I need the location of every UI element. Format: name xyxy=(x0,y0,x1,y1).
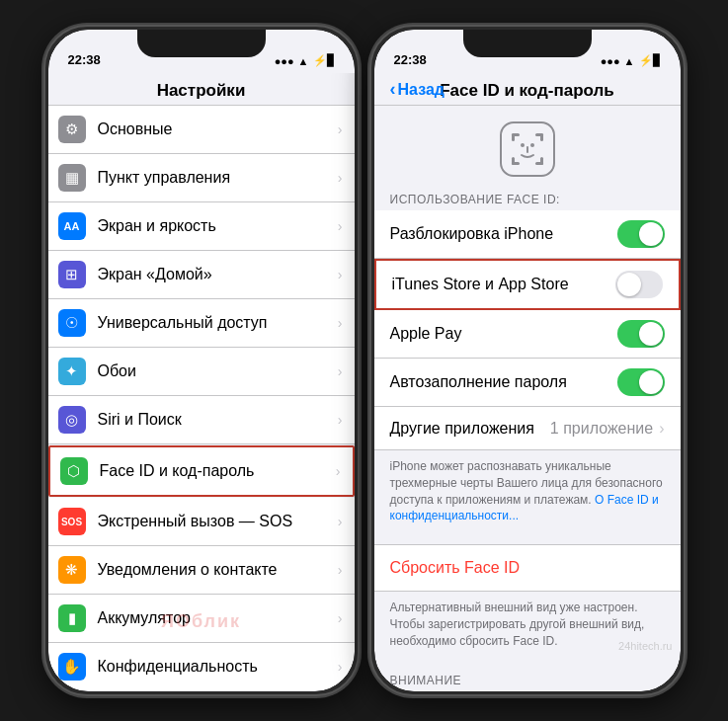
privacy-label: Конфиденциальность xyxy=(98,658,338,676)
settings-icon: ⚙ xyxy=(58,116,86,143)
notch xyxy=(137,30,266,57)
section-attention: ВНИМАНИЕ xyxy=(374,666,681,691)
status-time-right: 22:38 xyxy=(394,52,427,67)
other-apps-value: 1 приложение xyxy=(550,420,653,438)
sos-icon: SOS xyxy=(58,508,86,535)
applepay-toggle[interactable] xyxy=(617,320,665,348)
left-nav-bar: Настройки xyxy=(48,73,355,106)
chevron-icon-9: › xyxy=(338,514,343,529)
toggle-row-autofill[interactable]: Автозаполнение пароля xyxy=(374,359,681,407)
unlock-toggle-knob xyxy=(639,222,663,246)
watermark-left: ЯОблик xyxy=(161,611,241,632)
status-icons-right: ●●● ▲ ⚡▊ xyxy=(601,54,661,67)
unlock-label: Разблокировка iPhone xyxy=(390,225,617,243)
settings-item-faceid[interactable]: ⬡ Face ID и код-пароль › xyxy=(48,445,355,497)
applepay-label: Apple Pay xyxy=(390,325,617,343)
notch-right xyxy=(463,30,592,57)
settings-item-home[interactable]: ⊞ Экран «Домой» › xyxy=(48,251,355,299)
siri-label: Siri и Поиск xyxy=(98,411,338,429)
faceid-icon: ⬡ xyxy=(60,457,88,485)
face-id-icon xyxy=(500,121,555,177)
chevron-icon-10: › xyxy=(338,562,343,578)
control-icon: ▦ xyxy=(58,164,86,192)
svg-rect-7 xyxy=(540,157,543,165)
settings-item-siri[interactable]: ◎ Siri и Поиск › xyxy=(48,396,355,444)
settings-item-wallpaper[interactable]: ✦ Обои › xyxy=(48,348,355,396)
access-label: Универсальный доступ xyxy=(98,314,338,332)
signal-icon-left: ●●● xyxy=(275,55,294,67)
settings-item-sos[interactable]: SOS Экстренный вызов — SOS › xyxy=(48,498,355,546)
face-id-description: iPhone может распознавать уникальные тре… xyxy=(374,450,681,536)
itunes-toggle-knob xyxy=(617,273,641,296)
settings-item-contact[interactable]: ❋ Уведомления о контакте › xyxy=(48,546,355,595)
svg-point-9 xyxy=(530,143,534,147)
applepay-toggle-knob xyxy=(639,322,663,346)
source-watermark: 24hitech.ru xyxy=(618,640,672,652)
battery-icon-left: ⚡▊ xyxy=(313,54,335,67)
toggle-row-applepay[interactable]: Apple Pay xyxy=(374,310,681,359)
settings-group-1: ⚙ Основные › ▦ Пункт управления › AA xyxy=(48,106,355,690)
other-apps-row[interactable]: Другие приложения 1 приложение › xyxy=(374,407,681,450)
toggle-row-unlock[interactable]: Разблокировка iPhone xyxy=(374,210,681,259)
autofill-label: Автозаполнение пароля xyxy=(390,373,617,391)
right-nav-bar: ‹ Назад Face ID и код-пароль xyxy=(374,73,681,106)
status-time-left: 22:38 xyxy=(68,52,101,67)
reset-face-id-label: Сбросить Face ID xyxy=(390,559,521,576)
toggle-row-itunes[interactable]: iTunes Store и App Store xyxy=(374,259,681,310)
itunes-toggle[interactable] xyxy=(615,271,663,298)
svg-rect-5 xyxy=(512,157,515,165)
back-button[interactable]: ‹ Назад xyxy=(390,79,445,100)
chevron-icon-2: › xyxy=(338,170,343,186)
autofill-toggle-knob xyxy=(639,370,663,394)
svg-rect-3 xyxy=(540,133,543,141)
contact-label: Уведомления о контакте xyxy=(98,561,338,579)
other-apps-label: Другие приложения xyxy=(390,420,550,438)
wifi-icon-right: ▲ xyxy=(624,55,635,67)
unlock-toggle[interactable] xyxy=(617,220,665,248)
settings-label: Основные xyxy=(98,120,338,138)
chevron-icon-4: › xyxy=(338,267,343,282)
chevron-icon: › xyxy=(338,121,343,137)
section-use-face-id: ИСПОЛЬЗОВАНИЕ FACE ID: xyxy=(374,185,681,210)
privacy-icon: ✋ xyxy=(58,653,86,681)
wallpaper-icon: ✦ xyxy=(58,358,86,385)
home-label: Экран «Домой» xyxy=(98,266,338,283)
right-screen-title: Face ID и код-пароль xyxy=(440,81,614,100)
face-id-content: ИСПОЛЬЗОВАНИЕ FACE ID: Разблокировка iPh… xyxy=(374,106,681,691)
settings-item-access[interactable]: ☉ Универсальный доступ › xyxy=(48,299,355,348)
control-label: Пункт управления xyxy=(98,169,338,187)
settings-item-control[interactable]: ▦ Пункт управления › xyxy=(48,154,355,202)
battery-icon: ▮ xyxy=(58,604,86,632)
autofill-toggle[interactable] xyxy=(617,368,665,396)
reset-face-id-row[interactable]: Сбросить Face ID xyxy=(374,544,681,592)
contact-icon: ❋ xyxy=(58,556,86,584)
settings-list[interactable]: ⚙ Основные › ▦ Пункт управления › AA xyxy=(48,106,355,691)
left-phone: 22:38 ●●● ▲ ⚡▊ Настройки xyxy=(43,25,360,696)
chevron-icon-5: › xyxy=(338,315,343,331)
left-screen-title: Настройки xyxy=(157,81,246,100)
svg-point-8 xyxy=(521,143,525,147)
access-icon: ☉ xyxy=(58,309,86,337)
settings-item-privacy[interactable]: ✋ Конфиденциальность › xyxy=(48,643,355,690)
chevron-icon-6: › xyxy=(338,363,343,379)
phones-container: 22:38 ●●● ▲ ⚡▊ Настройки xyxy=(43,25,686,696)
other-apps-chevron-icon: › xyxy=(659,420,664,438)
chevron-icon-11: › xyxy=(338,610,343,626)
back-label: Назад xyxy=(398,80,445,98)
display-icon: AA xyxy=(58,212,86,240)
settings-item-display[interactable]: AA Экран и яркость › xyxy=(48,202,355,251)
chevron-icon-7: › xyxy=(338,412,343,428)
faceid-label: Face ID и код-пароль xyxy=(100,462,336,480)
battery-icon-right: ⚡▊ xyxy=(639,54,661,67)
settings-item-settings[interactable]: ⚙ Основные › xyxy=(48,106,355,154)
back-chevron-icon: ‹ xyxy=(390,79,396,100)
wifi-icon-left: ▲ xyxy=(298,55,309,67)
sos-label: Экстренный вызов — SOS xyxy=(98,513,338,530)
signal-icon-right: ●●● xyxy=(601,55,620,67)
face-id-icon-area xyxy=(374,106,681,185)
siri-icon: ◎ xyxy=(58,406,86,434)
home-icon: ⊞ xyxy=(58,261,86,288)
chevron-icon-12: › xyxy=(338,659,343,675)
right-phone: 22:38 ●●● ▲ ⚡▊ ‹ Назад Face ID и xyxy=(369,25,686,696)
display-label: Экран и яркость xyxy=(98,217,338,235)
